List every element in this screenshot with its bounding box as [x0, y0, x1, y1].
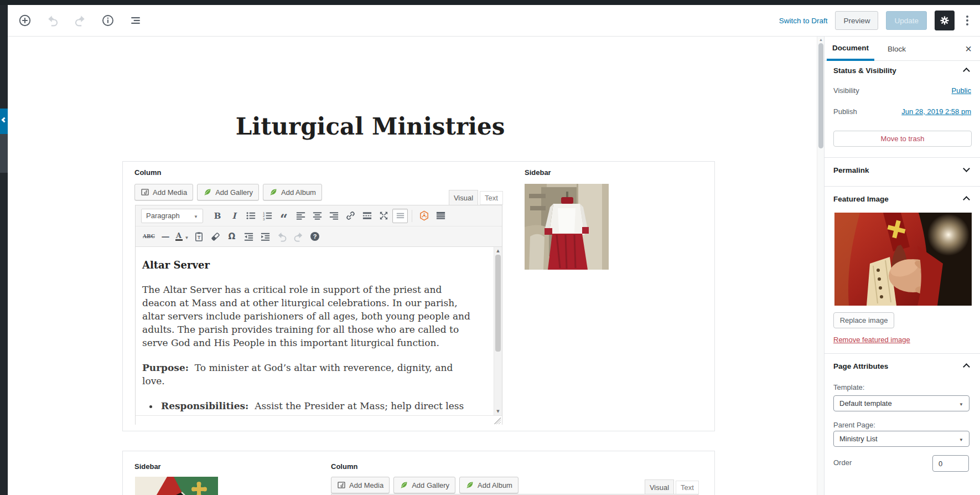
resize-grabber-icon[interactable] — [494, 417, 501, 424]
nextgen-gallery-icon[interactable] — [416, 209, 432, 223]
info-icon[interactable] — [98, 11, 117, 30]
visual-tab[interactable]: Visual — [645, 479, 674, 494]
numbered-list-icon[interactable]: 123 — [260, 209, 275, 223]
chevron-up-icon[interactable] — [963, 68, 970, 75]
publish-date-link[interactable]: Jun 28, 2019 2:58 pm — [901, 107, 971, 116]
settings-gear-button[interactable] — [935, 11, 955, 30]
sidebar-field-label: Sidebar — [525, 168, 551, 177]
horizontal-rule-icon[interactable]: — — [158, 229, 173, 244]
tinymce-toolbar: Paragraph BI123“ ABC—ATΩ? — [136, 205, 502, 247]
indent-icon[interactable] — [257, 229, 273, 244]
fullscreen-icon[interactable] — [376, 209, 391, 223]
chevron-down-icon — [194, 212, 198, 220]
preview-button[interactable]: Preview — [835, 11, 878, 30]
scrollbar-thumb[interactable] — [818, 43, 823, 148]
add-media-button[interactable]: Add Media — [134, 184, 193, 200]
page-title[interactable]: Liturgical Ministries — [149, 113, 592, 140]
help-icon[interactable]: ? — [307, 229, 323, 244]
italic-icon[interactable]: I — [226, 209, 242, 223]
close-icon[interactable]: × — [962, 42, 975, 55]
block-inserter-icon[interactable] — [15, 11, 34, 30]
column-field-label: Column — [331, 462, 357, 471]
undo-icon[interactable] — [274, 229, 289, 244]
add-album-button[interactable]: Add Album — [459, 477, 518, 493]
remove-featured-image-link[interactable]: Remove featured image — [833, 336, 910, 344]
toolbar-toggle-icon[interactable] — [392, 209, 408, 223]
sidebar-image-vestments — [525, 184, 609, 270]
admin-menu-rail[interactable] — [0, 5, 8, 495]
special-character-icon[interactable]: Ω — [224, 229, 240, 244]
sidebar-field-label: Sidebar — [134, 462, 161, 471]
link-icon[interactable] — [343, 209, 358, 223]
column-field-label: Column — [134, 168, 161, 177]
leaf-icon — [269, 188, 278, 197]
text-tab[interactable]: Text — [676, 481, 699, 494]
undo-icon[interactable] — [43, 11, 62, 30]
settings-sidebar: Document Block × Status & Visibility Vis… — [824, 37, 980, 495]
sidebar-image-choir — [135, 477, 218, 495]
chevron-down-icon[interactable] — [963, 165, 970, 172]
paste-as-text-icon[interactable]: T — [191, 229, 206, 244]
svg-text:T: T — [197, 234, 200, 240]
template-select[interactable]: Default template — [833, 395, 969, 411]
editor-content-area[interactable]: Altar Server The Altar Server has a crit… — [136, 247, 502, 415]
editor-paragraph: The Altar Server has a critical role in … — [142, 283, 478, 349]
settings-tabs: Document Block × — [825, 37, 980, 61]
status-visibility-title[interactable]: Status & Visibility — [833, 66, 896, 75]
align-left-icon[interactable] — [293, 209, 308, 223]
redo-icon[interactable] — [291, 229, 306, 244]
bold-icon[interactable]: B — [210, 209, 225, 223]
chevron-up-icon[interactable] — [963, 363, 970, 370]
admin-menu-hover-item[interactable] — [0, 134, 8, 173]
bullet-list-icon[interactable] — [243, 209, 258, 223]
add-album-button[interactable]: Add Album — [263, 184, 322, 200]
text-color-icon[interactable]: A — [174, 229, 190, 244]
table-icon[interactable] — [433, 209, 448, 223]
content-structure-icon[interactable] — [126, 11, 145, 30]
editor-scrollbar[interactable]: ▲ ▼ — [494, 247, 502, 415]
add-media-button[interactable]: Add Media — [331, 477, 390, 493]
switch-to-draft-link[interactable]: Switch to Draft — [779, 17, 828, 25]
tab-document[interactable]: Document — [827, 37, 874, 61]
align-right-icon[interactable] — [326, 209, 341, 223]
chevron-up-icon[interactable] — [963, 196, 970, 203]
chevron-down-icon — [959, 399, 963, 408]
outdent-icon[interactable] — [241, 229, 256, 244]
permalink-panel-title[interactable]: Permalink — [833, 166, 869, 174]
add-gallery-button[interactable]: Add Gallery — [393, 477, 455, 493]
list-item: Responsibilities: Assist the Presider at… — [159, 399, 478, 415]
order-input[interactable]: 0 — [932, 455, 969, 472]
tinymce-editor-1: Paragraph BI123“ ABC—ATΩ? Altar Server T… — [135, 205, 502, 425]
admin-menu-active-item[interactable] — [0, 109, 8, 134]
template-select-value: Default template — [839, 399, 892, 408]
more-options-kebab-icon[interactable] — [962, 11, 972, 30]
editor-status-bar — [136, 415, 502, 425]
visibility-value-link[interactable]: Public — [952, 86, 971, 95]
scrollbar-thumb[interactable] — [495, 255, 501, 352]
toolbar-separator — [412, 210, 412, 222]
text-tab[interactable]: Text — [480, 191, 503, 205]
align-center-icon[interactable] — [309, 209, 325, 223]
editor-bullet-list: Responsibilities: Assist the Presider at… — [159, 399, 478, 415]
visual-tab[interactable]: Visual — [449, 190, 478, 205]
blockquote-icon[interactable]: “ — [276, 209, 292, 223]
update-button[interactable]: Update — [886, 11, 927, 30]
paragraph-format-select[interactable]: Paragraph — [141, 209, 203, 223]
featured-image-thumbnail[interactable] — [834, 213, 972, 306]
template-label: Template: — [833, 383, 864, 391]
add-gallery-button[interactable]: Add Gallery — [197, 184, 259, 200]
read-more-icon[interactable] — [359, 209, 375, 223]
canvas-scrollbar[interactable]: ▲ — [817, 37, 824, 495]
scroll-up-icon[interactable]: ▲ — [494, 249, 502, 253]
page-attributes-panel-title[interactable]: Page Attributes — [833, 362, 888, 370]
featured-image-panel-title[interactable]: Featured Image — [833, 195, 889, 203]
redo-icon[interactable] — [71, 11, 90, 30]
tab-block[interactable]: Block — [882, 37, 911, 61]
media-buttons-row-2: Add Media Add Gallery Add Album — [331, 477, 518, 493]
move-to-trash-button[interactable]: Move to trash — [833, 131, 972, 147]
scroll-down-icon[interactable]: ▼ — [494, 409, 502, 414]
clear-formatting-icon[interactable] — [208, 229, 223, 244]
strikethrough-icon[interactable]: ABC — [141, 229, 157, 244]
replace-image-button[interactable]: Replace image — [833, 312, 894, 328]
parent-page-select[interactable]: Ministry List — [833, 431, 969, 447]
